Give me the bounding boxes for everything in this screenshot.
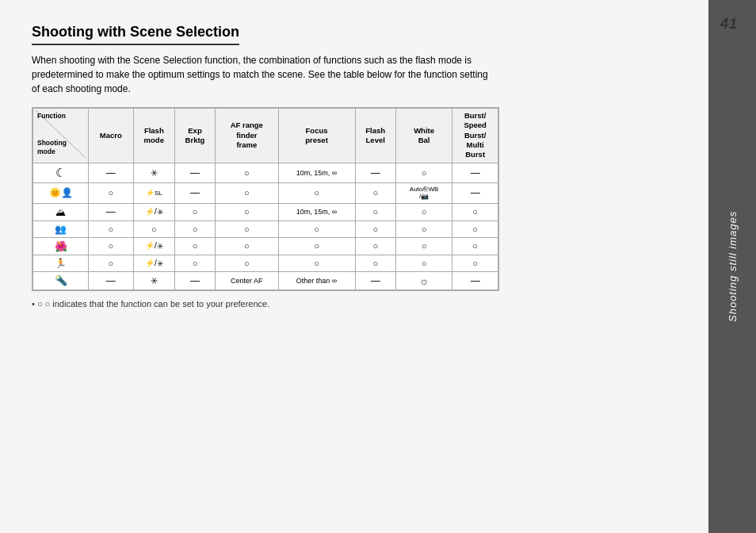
cell: ○ — [216, 220, 278, 237]
description: When shooting with the Scene Selection f… — [32, 53, 491, 96]
cell: ☼ — [395, 271, 452, 290]
mode-icon: 🌞👤 — [33, 182, 89, 203]
mode-icon: 🌺 — [33, 237, 89, 255]
shooting-mode-label: Shooting mode — [37, 139, 86, 156]
table-note: • ○ ○ indicates that the function can be… — [32, 299, 677, 309]
mode-icon: ☾ — [33, 163, 89, 182]
cell: — — [89, 163, 134, 182]
table-row: 🏃 ○ ⚡/⚹ ○ ○ ○ ○ ○ ○ — [33, 255, 498, 271]
cell: ○ — [133, 220, 174, 237]
cell: Other than ∞ — [278, 271, 355, 290]
cell: ○ — [395, 220, 452, 237]
col-focus-preset: Focuspreset — [278, 109, 355, 163]
cell: ○ — [452, 203, 498, 220]
table-row: 🔦 — ⚹ — Center AF Other than ∞ — ☼ — — [33, 271, 498, 290]
cell: ⚡/⚹ — [133, 203, 174, 220]
sidebar-right: Shooting still images 41 — [708, 0, 756, 533]
cell: ⚹ — [133, 163, 174, 182]
table-row: 🌞👤 ○ ⚡SL — ○ ○ ○ Auto/⎘WB/📷 — — [33, 182, 498, 203]
cell: ○ — [395, 255, 452, 271]
cell: ○ — [89, 220, 134, 237]
cell: — — [452, 163, 498, 182]
page-title: Shooting with Scene Selection — [32, 24, 239, 45]
table-row: 🌺 ○ ⚡/⚹ ○ ○ ○ ○ ○ ○ — [33, 237, 498, 255]
mode-icon: ⛰ — [33, 203, 89, 220]
cell: ○ — [174, 255, 215, 271]
col-exp-brktg: ExpBrktg — [174, 109, 215, 163]
functions-table: Function Shooting mode Macro Flashmode E… — [32, 108, 498, 290]
cell: ○ — [216, 203, 278, 220]
col-macro: Macro — [89, 109, 134, 163]
cell: ○ — [89, 182, 134, 203]
cell: ○ — [278, 237, 355, 255]
note-text: ○ indicates that the function can be set… — [45, 299, 270, 309]
page-number: 41 — [720, 16, 738, 33]
cell: ⚡/⚹ — [133, 237, 174, 255]
cell: ○ — [174, 220, 215, 237]
main-content: Shooting with Scene Selection When shoot… — [0, 0, 708, 533]
col-flash-mode: Flashmode — [133, 109, 174, 163]
table-row: ☾ — ⚹ — ○ 10m, 15m, ∞ — ○ — — [33, 163, 498, 182]
cell: ○ — [174, 237, 215, 255]
mode-icon: 🏃 — [33, 255, 89, 271]
function-header-cell: Function Shooting mode — [33, 109, 89, 163]
cell: ○ — [355, 182, 395, 203]
note-circle: • ○ — [32, 299, 45, 309]
table-wrapper: Function Shooting mode Macro Flashmode E… — [32, 107, 499, 291]
cell: 10m, 15m, ∞ — [278, 203, 355, 220]
cell: ○ — [355, 255, 395, 271]
cell: ○ — [89, 255, 134, 271]
cell: ⚡SL — [133, 182, 174, 203]
cell: — — [89, 271, 134, 290]
col-flash-level: FlashLevel — [355, 109, 395, 163]
mode-icon: 👥 — [33, 220, 89, 237]
cell: ○ — [395, 163, 452, 182]
cell: ○ — [216, 163, 278, 182]
col-af-range: AF rangefinderframe — [216, 109, 278, 163]
cell: ○ — [174, 203, 215, 220]
cell: ○ — [452, 255, 498, 271]
cell: — — [174, 163, 215, 182]
cell: — — [452, 271, 498, 290]
cell: ○ — [216, 237, 278, 255]
cell: ○ — [278, 220, 355, 237]
cell: — — [174, 182, 215, 203]
table-row: ⛰ — ⚡/⚹ ○ ○ 10m, 15m, ∞ ○ ○ ○ — [33, 203, 498, 220]
function-label: Function — [37, 112, 66, 121]
cell: ○ — [395, 203, 452, 220]
cell: — — [452, 182, 498, 203]
cell: ○ — [452, 220, 498, 237]
cell: ○ — [278, 182, 355, 203]
cell: ⚡/⚹ — [133, 255, 174, 271]
cell: ⚹ — [133, 271, 174, 290]
cell: ○ — [89, 237, 134, 255]
col-white-bal: WhiteBal — [395, 109, 452, 163]
cell: ○ — [355, 220, 395, 237]
cell: — — [174, 271, 215, 290]
cell: ○ — [216, 182, 278, 203]
cell: ○ — [216, 255, 278, 271]
cell: Center AF — [216, 271, 278, 290]
cell: 10m, 15m, ∞ — [278, 163, 355, 182]
cell: — — [89, 203, 134, 220]
cell: — — [355, 163, 395, 182]
cell: ○ — [452, 237, 498, 255]
cell: ○ — [395, 237, 452, 255]
cell: ○ — [355, 203, 395, 220]
cell: ○ — [278, 255, 355, 271]
cell: — — [355, 271, 395, 290]
mode-icon: 🔦 — [33, 271, 89, 290]
cell: Auto/⎘WB/📷 — [395, 182, 452, 203]
cell: ○ — [355, 237, 395, 255]
col-burst: Burst/SpeedBurst/MultiBurst — [452, 109, 498, 163]
table-row: 👥 ○ ○ ○ ○ ○ ○ ○ ○ — [33, 220, 498, 237]
sidebar-label: Shooting still images — [727, 211, 739, 322]
